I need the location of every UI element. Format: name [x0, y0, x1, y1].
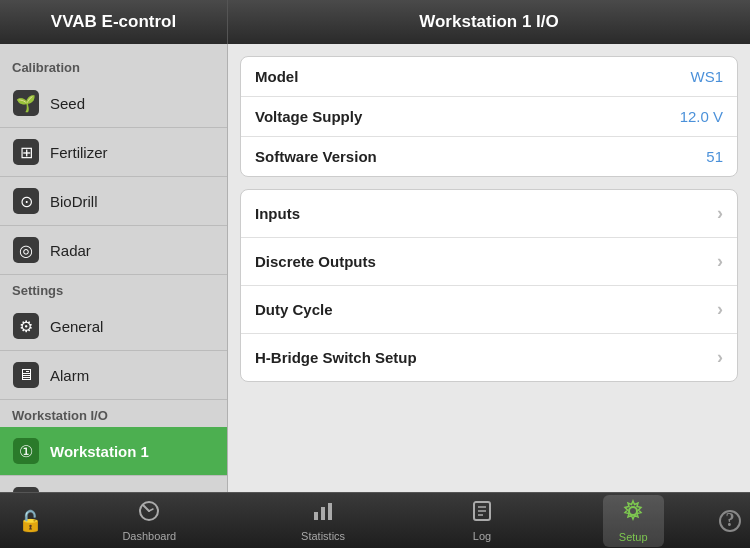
sidebar-item-workstation1[interactable]: ① Workstation 1 — [0, 427, 227, 476]
header-left: VVAB E-control — [0, 0, 228, 44]
tab-setup-label: Setup — [619, 531, 648, 543]
sidebar-item-radar-label: Radar — [50, 242, 91, 259]
header-right: Workstation 1 I/O — [228, 0, 750, 44]
seed-icon: 🌱 — [12, 89, 40, 117]
tab-dashboard[interactable]: Dashboard — [106, 496, 192, 546]
svg-rect-2 — [321, 507, 325, 520]
tabbar-right: ? — [710, 510, 750, 532]
alarm-icon: 🖥 — [12, 361, 40, 389]
h-bridge-label: H-Bridge Switch Setup — [255, 349, 417, 366]
software-label: Software Version — [255, 148, 377, 165]
voltage-label: Voltage Supply — [255, 108, 362, 125]
tab-log-label: Log — [473, 530, 491, 542]
sidebar-item-general[interactable]: ⚙ General — [0, 302, 227, 351]
setup-icon — [620, 499, 646, 529]
info-row-model: Model WS1 — [241, 57, 737, 97]
voltage-value: 12.0 V — [680, 108, 723, 125]
workstation1-icon: ① — [12, 437, 40, 465]
nav-row-inputs[interactable]: Inputs › — [241, 190, 737, 238]
chevron-h-bridge-icon: › — [717, 347, 723, 368]
nav-row-h-bridge[interactable]: H-Bridge Switch Setup › — [241, 334, 737, 381]
sidebar-item-workstation2[interactable]: ② Workstation 2 — [0, 476, 227, 492]
header: VVAB E-control Workstation 1 I/O — [0, 0, 750, 44]
sidebar-item-fertilizer-label: Fertilizer — [50, 144, 108, 161]
inputs-label: Inputs — [255, 205, 300, 222]
sidebar-item-radar[interactable]: ◎ Radar — [0, 226, 227, 275]
tabbar: 🔓 Dashboard Statistics — [0, 492, 750, 548]
radar-icon: ◎ — [12, 236, 40, 264]
sidebar-item-seed[interactable]: 🌱 Seed — [0, 79, 227, 128]
duty-cycle-label: Duty Cycle — [255, 301, 333, 318]
tab-statistics[interactable]: Statistics — [285, 496, 361, 546]
main-content: Model WS1 Voltage Supply 12.0 V Software… — [228, 44, 750, 492]
biodrill-icon: ⊙ — [12, 187, 40, 215]
page-title: Workstation 1 I/O — [419, 12, 559, 32]
sidebar-item-general-label: General — [50, 318, 103, 335]
fertilizer-icon: ⊞ — [12, 138, 40, 166]
section-workstation-label: Workstation I/O — [0, 400, 227, 427]
tab-statistics-label: Statistics — [301, 530, 345, 542]
body: Calibration 🌱 Seed ⊞ Fertilizer ⊙ BioDri… — [0, 44, 750, 492]
sidebar-item-fertilizer[interactable]: ⊞ Fertilizer — [0, 128, 227, 177]
dashboard-icon — [137, 500, 161, 528]
nav-row-discrete-outputs[interactable]: Discrete Outputs › — [241, 238, 737, 286]
help-icon[interactable]: ? — [719, 510, 741, 532]
sidebar-item-seed-label: Seed — [50, 95, 85, 112]
tabbar-center: Dashboard Statistics Log — [60, 495, 710, 547]
section-settings-label: Settings — [0, 275, 227, 302]
lock-icon: 🔓 — [18, 509, 43, 533]
sidebar-item-alarm-label: Alarm — [50, 367, 89, 384]
chevron-discrete-outputs-icon: › — [717, 251, 723, 272]
app-title: VVAB E-control — [51, 12, 176, 32]
model-value: WS1 — [690, 68, 723, 85]
info-row-software: Software Version 51 — [241, 137, 737, 176]
sidebar-item-workstation1-label: Workstation 1 — [50, 443, 149, 460]
nav-row-duty-cycle[interactable]: Duty Cycle › — [241, 286, 737, 334]
sidebar-item-biodrill[interactable]: ⊙ BioDrill — [0, 177, 227, 226]
sidebar-item-biodrill-label: BioDrill — [50, 193, 98, 210]
info-card: Model WS1 Voltage Supply 12.0 V Software… — [240, 56, 738, 177]
discrete-outputs-label: Discrete Outputs — [255, 253, 376, 270]
log-icon — [470, 500, 494, 528]
general-icon: ⚙ — [12, 312, 40, 340]
nav-card: Inputs › Discrete Outputs › Duty Cycle ›… — [240, 189, 738, 382]
statistics-icon — [311, 500, 335, 528]
svg-rect-3 — [328, 503, 332, 520]
info-row-voltage: Voltage Supply 12.0 V — [241, 97, 737, 137]
software-value: 51 — [706, 148, 723, 165]
chevron-duty-cycle-icon: › — [717, 299, 723, 320]
chevron-inputs-icon: › — [717, 203, 723, 224]
sidebar: Calibration 🌱 Seed ⊞ Fertilizer ⊙ BioDri… — [0, 44, 228, 492]
section-calibration-label: Calibration — [0, 52, 227, 79]
tab-log[interactable]: Log — [454, 496, 510, 546]
sidebar-item-alarm[interactable]: 🖥 Alarm — [0, 351, 227, 400]
svg-rect-1 — [314, 512, 318, 520]
model-label: Model — [255, 68, 298, 85]
tab-setup[interactable]: Setup — [603, 495, 664, 547]
tabbar-left: 🔓 — [0, 509, 60, 533]
svg-point-8 — [629, 507, 637, 515]
tab-dashboard-label: Dashboard — [122, 530, 176, 542]
